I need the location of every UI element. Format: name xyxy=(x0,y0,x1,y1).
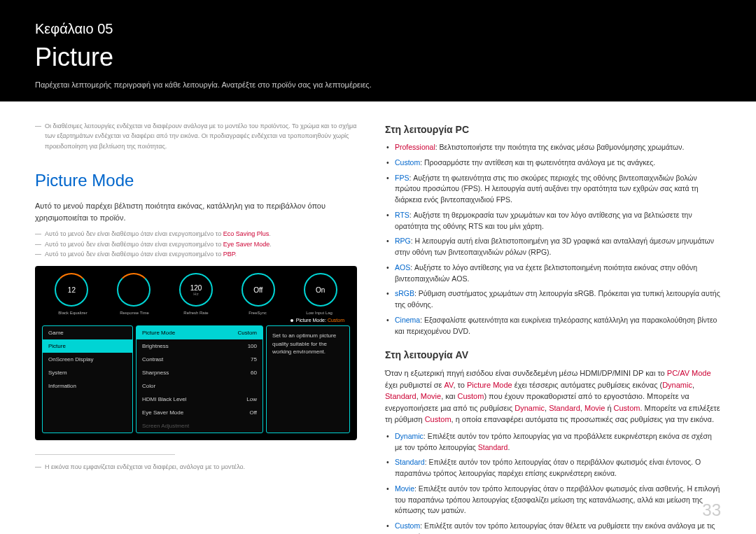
divider xyxy=(35,454,175,455)
list-item: Cinema: Εξασφαλίστε φωτεινότητα και ευκρ… xyxy=(395,315,721,337)
osd-description-panel: Set to an optimum picture quality suitab… xyxy=(266,325,350,433)
osd-setting-row: HDMI Black LevelLow xyxy=(136,393,262,406)
gauge: On xyxy=(290,273,350,308)
gauge-label: FreeSync xyxy=(227,311,288,315)
osd-gauge-labels: Black EqualizerResponse TimeRefresh Rate… xyxy=(42,311,350,315)
pc-mode-list: Professional: Βελτιστοποιήστε την ποιότη… xyxy=(385,142,721,337)
osd-setting-row: Picture ModeCustom xyxy=(136,326,262,339)
page-number: 33 xyxy=(702,500,721,520)
list-item: Professional: Βελτιστοποιήστε την ποιότη… xyxy=(395,142,721,153)
osd-menu-item: System xyxy=(43,366,132,379)
osd-setting-row: Screen Adjustment xyxy=(136,419,262,433)
list-item: Movie: Επιλέξτε αυτόν τον τρόπο λειτουργ… xyxy=(395,484,721,517)
section-heading: Picture Mode xyxy=(35,171,357,190)
list-item: AOS: Αυξήστε το λόγο αντίθεσης για να έχ… xyxy=(395,262,721,285)
list-item: Custom: Επιλέξτε αυτόν τον τρόπο λειτουρ… xyxy=(395,521,721,534)
content-area: Οι διαθέσιμες λειτουργίες ενδέχεται να δ… xyxy=(0,101,756,534)
osd-setting-row: Brightness100 xyxy=(136,339,262,353)
osd-mid-panel: Picture ModeCustomBrightness100Contrast7… xyxy=(136,325,263,433)
gauge xyxy=(104,273,164,308)
osd-menu-item: Picture xyxy=(43,339,132,353)
osd-setting-row: Color xyxy=(136,379,262,393)
gauge-label: Refresh Rate xyxy=(165,311,227,315)
gauge: 12 xyxy=(42,273,102,308)
gauge-label: Response Time xyxy=(104,311,165,315)
gauge-label: Low Input Lag xyxy=(288,311,350,315)
av-intro: Όταν η εξωτερική πηγή εισόδου είναι συνδ… xyxy=(385,367,721,426)
av-mode-list: Dynamic: Επιλέξτε αυτόν τον τρόπο λειτου… xyxy=(385,431,721,534)
osd-gauge-row: 12120HzOffOn xyxy=(42,273,350,308)
osd-left-panel: GamePictureOnScreen DisplaySystemInforma… xyxy=(42,325,133,433)
gauge: Off xyxy=(228,273,288,308)
sub-notes: Αυτό το μενού δεν είναι διαθέσιμο όταν ε… xyxy=(35,229,357,259)
list-item: RTS: Αυξήστε τη θερμοκρασία των χρωμάτων… xyxy=(395,210,721,232)
top-note: Οι διαθέσιμες λειτουργίες ενδέχεται να δ… xyxy=(35,121,357,151)
chapter-label: Κεφάλαιο 05 xyxy=(35,21,721,37)
osd-picture-mode-row: Picture Mode: Custom xyxy=(42,315,350,325)
page-title: Picture xyxy=(35,43,721,72)
osd-setting-row: Sharpness60 xyxy=(136,366,262,379)
osd-screenshot: 12120HzOffOn Black EqualizerResponse Tim… xyxy=(35,266,357,440)
footer-note: Η εικόνα που εμφανίζεται ενδέχεται να δι… xyxy=(35,462,357,472)
gauge-label: Black Equalizer xyxy=(42,311,104,315)
sub-note: Αυτό το μενού δεν είναι διαθέσιμο όταν ε… xyxy=(35,229,357,239)
note-text: Οι διαθέσιμες λειτουργίες ενδέχεται να δ… xyxy=(35,121,357,151)
list-item: FPS: Αυξήστε τη φωτεινότητα στις πιο σκο… xyxy=(395,173,721,206)
left-column: Οι διαθέσιμες λειτουργίες ενδέχεται να δ… xyxy=(35,121,357,534)
page-header: Κεφάλαιο 05 Picture Παρέχεται λεπτομερής… xyxy=(0,0,756,101)
list-item: sRGB: Ρύθμιση συστήματος χρωμάτων στη λε… xyxy=(395,288,721,311)
osd-menu-item: OnScreen Display xyxy=(43,353,132,366)
list-item: RPG: Η λειτουργία αυτή είναι βελτιστοποι… xyxy=(395,236,721,258)
osd-menu-item: Game xyxy=(43,326,132,339)
intro-text: Αυτό το μενού παρέχει βέλτιστη ποιότητα … xyxy=(35,200,357,223)
list-item: Custom: Προσαρμόστε την αντίθεση και τη … xyxy=(395,157,721,169)
osd-setting-row: Eye Saver ModeOff xyxy=(136,406,262,419)
av-mode-heading: Στη λειτουργία AV xyxy=(385,349,721,360)
page-subtitle: Παρέχεται λεπτομερής περιγραφή για κάθε … xyxy=(35,80,721,89)
pc-mode-heading: Στη λειτουργία PC xyxy=(385,124,721,135)
osd-menu-item: Information xyxy=(43,379,132,393)
right-column: Στη λειτουργία PC Professional: Βελτιστο… xyxy=(385,121,721,534)
list-item: Dynamic: Επιλέξτε αυτόν τον τρόπο λειτου… xyxy=(395,431,721,454)
gauge: 120Hz xyxy=(167,273,226,308)
sub-note: Αυτό το μενού δεν είναι διαθέσιμο όταν ε… xyxy=(35,249,357,259)
osd-setting-row: Contrast75 xyxy=(136,353,262,366)
list-item: Standard: Επιλέξτε αυτόν τον τρόπο λειτο… xyxy=(395,457,721,479)
sub-note: Αυτό το μενού δεν είναι διαθέσιμο όταν ε… xyxy=(35,239,357,249)
